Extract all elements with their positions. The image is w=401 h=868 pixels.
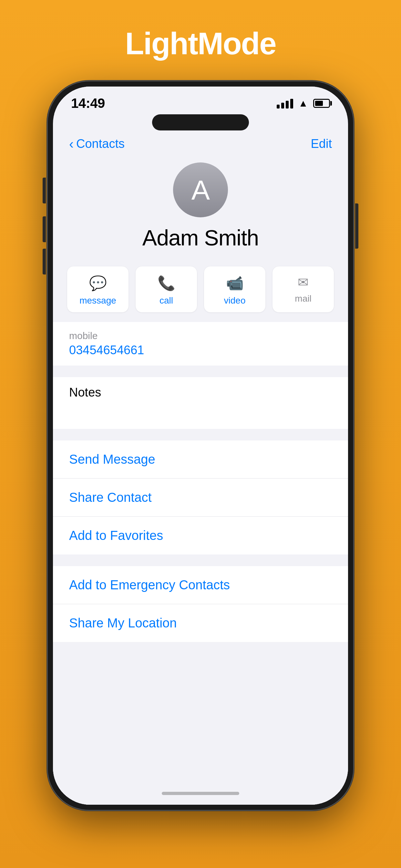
home-indicator-area	[53, 785, 348, 805]
add-favorites-label: Add to Favorites	[69, 528, 163, 542]
call-label: call	[159, 296, 173, 306]
call-icon: 📞	[158, 275, 175, 291]
status-time: 14:49	[71, 96, 105, 111]
status-bar: 14:49 ▲	[53, 87, 348, 114]
action-list: Send Message Share Contact Add to Favori…	[53, 440, 348, 554]
mail-button[interactable]: ✉ mail	[273, 267, 334, 312]
bottom-section: Add to Emergency Contacts Share My Locat…	[53, 566, 348, 642]
back-label: Contacts	[76, 137, 125, 151]
share-contact-label: Share Contact	[69, 490, 152, 504]
page-title: LightMode	[125, 26, 276, 61]
add-favorites-item[interactable]: Add to Favorites	[53, 517, 348, 554]
notes-label: Notes	[69, 385, 101, 399]
contact-header: A Adam Smith	[53, 156, 348, 260]
phone-info-row: mobile 03454654661	[53, 322, 348, 366]
notes-row[interactable]: Notes	[53, 377, 348, 429]
mail-icon: ✉	[298, 275, 309, 290]
avatar-letter: A	[191, 174, 210, 206]
notes-section: Notes	[53, 377, 348, 429]
add-emergency-item[interactable]: Add to Emergency Contacts	[53, 566, 348, 604]
share-location-label: Share My Location	[69, 616, 177, 630]
call-button[interactable]: 📞 call	[135, 267, 197, 312]
share-contact-item[interactable]: Share Contact	[53, 478, 348, 517]
phone-value[interactable]: 03454654661	[69, 343, 332, 357]
phone-info-section: mobile 03454654661	[53, 322, 348, 366]
scroll-content: A Adam Smith 💬 message 📞 call 📹 video	[53, 156, 348, 805]
share-location-item[interactable]: Share My Location	[53, 604, 348, 642]
section-gap-2	[53, 429, 348, 440]
video-icon: 📹	[226, 275, 244, 291]
contact-name: Adam Smith	[143, 225, 258, 250]
back-button[interactable]: ‹ Contacts	[69, 137, 125, 151]
video-button[interactable]: 📹 video	[204, 267, 266, 312]
bottom-padding	[53, 642, 348, 785]
signal-bars-icon	[277, 98, 293, 108]
video-label: video	[224, 296, 246, 306]
add-emergency-label: Add to Emergency Contacts	[69, 578, 230, 592]
signal-bar-3	[286, 101, 289, 108]
section-gap-3	[53, 554, 348, 566]
signal-bar-2	[281, 103, 284, 108]
message-button[interactable]: 💬 message	[67, 267, 128, 312]
signal-bar-4	[290, 99, 293, 108]
dynamic-island	[152, 114, 249, 130]
wifi-icon: ▲	[298, 98, 308, 109]
edit-button[interactable]: Edit	[311, 137, 332, 151]
status-icons: ▲	[277, 98, 330, 109]
section-gap-1	[53, 366, 348, 377]
battery-icon	[313, 99, 330, 108]
message-icon: 💬	[89, 275, 107, 291]
chevron-left-icon: ‹	[69, 137, 73, 151]
nav-bar: ‹ Contacts Edit	[53, 134, 348, 156]
mail-label: mail	[295, 293, 311, 304]
battery-fill	[315, 101, 323, 106]
send-message-label: Send Message	[69, 452, 155, 466]
send-message-item[interactable]: Send Message	[53, 440, 348, 478]
phone-label: mobile	[69, 330, 332, 341]
home-indicator	[162, 792, 239, 795]
phone-screen: 14:49 ▲ ‹ Contacts Edit	[53, 87, 348, 805]
action-buttons-row: 💬 message 📞 call 📹 video ✉ mail	[53, 260, 348, 322]
phone-frame: 14:49 ▲ ‹ Contacts Edit	[47, 81, 354, 810]
message-label: message	[80, 296, 116, 306]
avatar: A	[173, 162, 228, 217]
signal-bar-1	[277, 104, 280, 108]
